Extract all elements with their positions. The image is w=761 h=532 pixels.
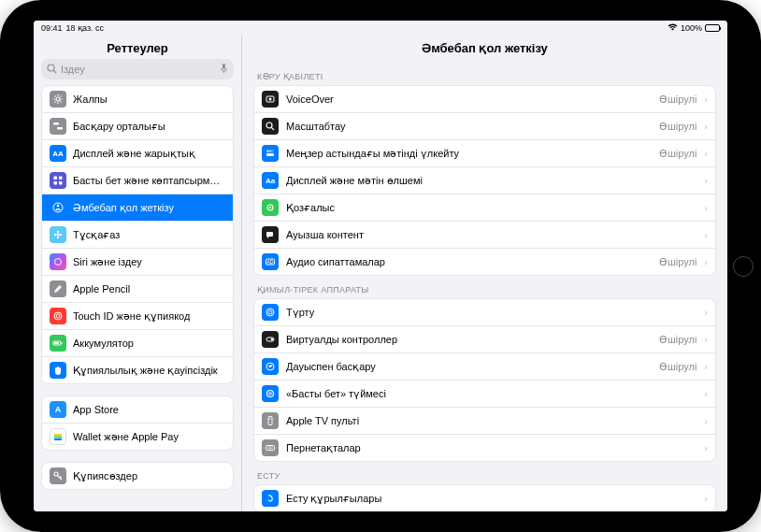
sidebar-item-label: Құпиялылық және қауіпсіздік (73, 365, 218, 377)
svg-text:ABC: ABC (266, 149, 274, 153)
row-label: Аудио сипаттамалар (286, 256, 652, 267)
chevron-right-icon: › (704, 229, 708, 240)
sidebar-item-label: Басқару орталығы (73, 121, 165, 133)
svg-point-19 (60, 234, 62, 236)
svg-text:AA: AA (52, 150, 64, 158)
svg-point-42 (266, 309, 274, 316)
svg-rect-9 (54, 177, 58, 180)
detail-pane: Әмбебап қол жеткізу КӨРУ ҚАБІЛЕТІVoiceOv… (242, 36, 727, 511)
svg-point-20 (55, 259, 62, 266)
sidebar-item-label: Apple Pencil (73, 283, 130, 295)
row-value: Өшірулі (659, 148, 696, 160)
sidebar-item-person[interactable]: Әмбебап қол жеткізу (42, 194, 233, 222)
mic-icon[interactable] (220, 63, 228, 76)
svg-point-50 (269, 418, 271, 420)
settings-row[interactable]: ADАудио сипаттамаларӨшірулі› (254, 249, 715, 275)
settings-row[interactable]: Дауыспен басқаруӨшірулі› (254, 353, 715, 381)
settings-row[interactable]: Apple TV пульті› (254, 408, 715, 435)
chevron-right-icon: › (704, 493, 708, 504)
sidebar-item-wallet[interactable]: Wallet және Apple Pay (42, 424, 233, 450)
chevron-right-icon: › (704, 148, 708, 159)
svg-rect-48 (269, 393, 271, 395)
sidebar-item-gear[interactable]: Жалпы (42, 86, 233, 113)
row-label: Пернетақталар (286, 442, 696, 454)
status-bar: 09:41 18 қаз. сс 100% (34, 21, 727, 36)
sidebar-item-siri[interactable]: Siri және іздеу (42, 249, 233, 276)
flower-icon (50, 226, 66, 243)
row-label: Есту құрылғылары (286, 493, 696, 505)
settings-row[interactable]: Түрту› (254, 299, 715, 326)
row-value: Өшірулі (659, 334, 696, 346)
sidebar-item-hand[interactable]: Құпиялылық және қауіпсіздік (42, 357, 233, 383)
svg-point-39 (269, 207, 271, 208)
sidebar-item-AA[interactable]: AAДисплей және жарықтық (42, 140, 233, 167)
svg-point-7 (58, 127, 60, 129)
wallet-icon (50, 428, 66, 445)
ear-icon (262, 490, 279, 507)
svg-point-30 (54, 472, 58, 476)
sidebar-item-label: Дисплей және жарықтық (73, 148, 195, 160)
status-time: 09:41 (41, 23, 63, 33)
svg-line-34 (271, 127, 274, 130)
sidebar-item-switches[interactable]: Басқару орталығы (42, 113, 233, 140)
sidebar-item-label: Аккумулятор (73, 338, 134, 349)
home-button[interactable] (733, 256, 754, 277)
gear-icon (50, 91, 66, 108)
settings-row[interactable]: Қозғалыс› (254, 194, 715, 222)
A-icon: A (50, 401, 66, 418)
hand-icon (50, 362, 66, 379)
svg-line-1 (53, 70, 56, 73)
status-date: 18 қаз. сс (66, 23, 105, 33)
svg-rect-2 (223, 64, 225, 69)
row-value: Өшірулі (659, 121, 696, 133)
kb-icon (262, 439, 279, 456)
sidebar-item-label: Wallet және Apple Pay (73, 431, 179, 443)
settings-row[interactable]: AaДисплей және мәтін өлшемі› (254, 167, 715, 194)
settings-row[interactable]: Есту құрылғылары› (254, 485, 715, 511)
sidebar-item-label: Құпиясөздер (73, 470, 137, 482)
svg-point-22 (56, 314, 60, 318)
svg-point-0 (48, 65, 54, 71)
row-label: Ауызша контент (286, 229, 696, 240)
svg-text:Aa: Aa (266, 177, 276, 185)
speech-icon (262, 226, 279, 243)
row-label: Дауыспен басқару (286, 361, 652, 373)
settings-row[interactable]: Ауызша контент› (254, 222, 715, 249)
sidebar-item-label: Siri және іздеу (73, 256, 142, 268)
section-header: ҚИМЫЛ-ТІРЕК АППАРАТЫ (253, 276, 716, 298)
settings-row[interactable]: VoiceOverӨшірулі› (254, 86, 715, 113)
chevron-right-icon: › (704, 307, 708, 318)
row-label: Түрту (286, 307, 696, 319)
sidebar-item-key[interactable]: Құпиясөздер (42, 463, 233, 489)
settings-row[interactable]: МасштабтауӨшірулі› (254, 113, 715, 140)
sidebar-item-touch[interactable]: Touch ID және құпиякод (42, 303, 233, 330)
svg-rect-51 (266, 446, 275, 451)
switch-icon (262, 331, 279, 348)
row-label: Қозғалыс (286, 202, 696, 214)
detail-title: Әмбебап қол жеткізу (242, 36, 727, 63)
chevron-right-icon: › (704, 415, 708, 426)
sidebar-item-label: Touch ID және құпиякод (73, 310, 190, 323)
battery-icon (50, 335, 66, 352)
svg-rect-11 (54, 181, 58, 185)
chevron-right-icon: › (704, 388, 708, 399)
svg-point-32 (269, 98, 272, 101)
row-label: «Басты бет» түймесі (286, 388, 696, 400)
sidebar-item-label: Жалпы (73, 93, 108, 105)
remote-icon (262, 412, 279, 429)
sidebar-item-flower[interactable]: Тұсқағаз (42, 222, 233, 249)
sidebar-item-grid[interactable]: Басты бет және көптапсырмал… (42, 167, 233, 194)
sidebar-item-A[interactable]: AApp Store (42, 396, 233, 424)
settings-row[interactable]: Виртуалды контроллерӨшірулі› (254, 326, 715, 353)
search-field[interactable] (41, 59, 234, 79)
sidebar-item-battery[interactable]: Аккумулятор (42, 330, 233, 357)
settings-row[interactable]: «Басты бет» түймесі› (254, 381, 715, 408)
svg-point-43 (268, 310, 272, 314)
sidebar-item-pencil[interactable]: Apple Pencil (42, 276, 233, 303)
svg-point-3 (56, 97, 60, 101)
settings-row[interactable]: ABCМеңзер астындағы мәтінді үлкейтуӨшіру… (254, 140, 715, 167)
search-icon (47, 64, 57, 76)
search-input[interactable] (61, 64, 216, 75)
row-label: Меңзер астындағы мәтінді үлкейту (286, 148, 652, 160)
settings-row[interactable]: Пернетақталар› (254, 435, 715, 461)
